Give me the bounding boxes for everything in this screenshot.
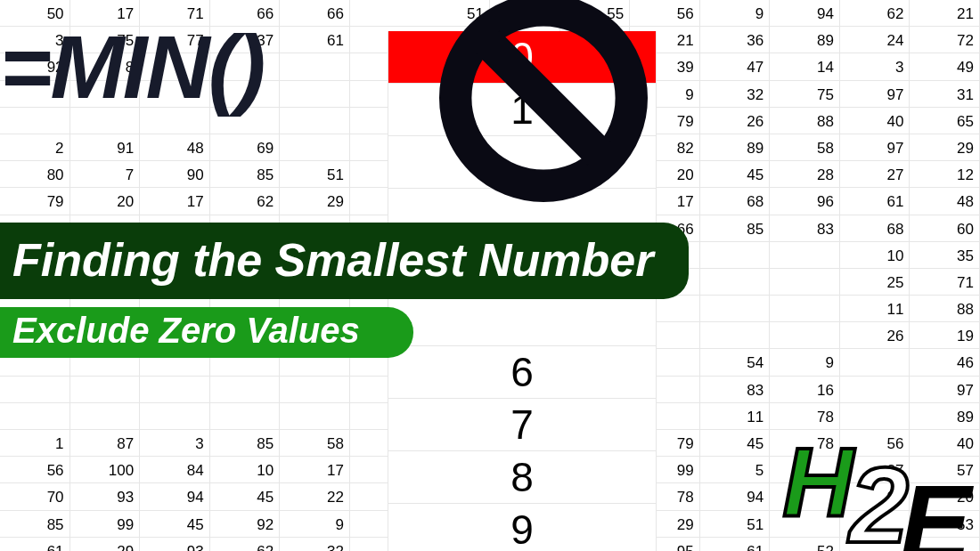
- cell[interactable]: 56: [0, 457, 70, 482]
- cell[interactable]: 100: [70, 457, 141, 482]
- cell[interactable]: 85: [700, 215, 771, 241]
- cell[interactable]: 12: [910, 161, 980, 187]
- cell[interactable]: 45: [700, 161, 771, 187]
- cell[interactable]: 17: [280, 457, 350, 482]
- cell[interactable]: [700, 322, 771, 348]
- cell[interactable]: 9: [280, 511, 350, 537]
- cell[interactable]: 9: [770, 349, 840, 375]
- cell[interactable]: 89: [910, 403, 980, 429]
- cell[interactable]: 92: [210, 511, 281, 537]
- cell[interactable]: 97: [840, 81, 911, 107]
- cell[interactable]: 16: [770, 377, 840, 402]
- cell[interactable]: 83: [770, 215, 840, 241]
- cell[interactable]: 40: [910, 430, 980, 456]
- cell[interactable]: 51: [700, 511, 771, 537]
- cell[interactable]: [140, 403, 210, 429]
- cell[interactable]: 31: [910, 81, 980, 107]
- cell[interactable]: 58: [280, 430, 350, 456]
- cell[interactable]: 68: [700, 188, 771, 214]
- cell[interactable]: 66: [280, 0, 350, 26]
- cell[interactable]: 99: [70, 511, 141, 537]
- cell[interactable]: 87: [70, 430, 141, 456]
- cell[interactable]: 32: [700, 81, 771, 107]
- cell[interactable]: 26: [840, 322, 911, 348]
- cell[interactable]: 94: [140, 483, 210, 509]
- cell[interactable]: 88: [770, 108, 840, 134]
- cell[interactable]: 65: [910, 108, 980, 134]
- cell[interactable]: [840, 377, 911, 402]
- cell[interactable]: [840, 403, 911, 429]
- cell[interactable]: 83: [700, 377, 771, 402]
- cell[interactable]: [770, 322, 840, 348]
- cell[interactable]: 3: [840, 53, 911, 79]
- cell[interactable]: 51: [280, 161, 350, 187]
- cell[interactable]: 80: [0, 161, 70, 187]
- cell[interactable]: 32: [280, 538, 350, 551]
- cell[interactable]: 48: [140, 134, 210, 160]
- cell[interactable]: 36: [700, 27, 771, 53]
- cell[interactable]: 90: [140, 161, 210, 187]
- cell[interactable]: [0, 377, 70, 402]
- cell[interactable]: 62: [210, 188, 281, 214]
- cell[interactable]: [70, 403, 141, 429]
- cell[interactable]: 61: [280, 27, 350, 53]
- cell[interactable]: 89: [700, 134, 771, 160]
- cell[interactable]: 29: [280, 188, 350, 214]
- cell[interactable]: 49: [910, 53, 980, 79]
- cell[interactable]: 14: [770, 53, 840, 79]
- cell[interactable]: 75: [770, 81, 840, 107]
- cell[interactable]: [700, 269, 771, 295]
- cell[interactable]: 71: [910, 269, 980, 295]
- cell[interactable]: 70: [0, 483, 70, 509]
- cell[interactable]: 79: [0, 188, 70, 214]
- cell[interactable]: 54: [700, 349, 771, 375]
- cell[interactable]: 22: [280, 483, 350, 509]
- cell[interactable]: 5: [700, 457, 771, 482]
- cell[interactable]: 24: [840, 27, 911, 53]
- cell[interactable]: 69: [210, 134, 281, 160]
- cell[interactable]: 89: [770, 27, 840, 53]
- cell[interactable]: 91: [70, 134, 141, 160]
- cell[interactable]: 40: [840, 108, 911, 134]
- cell[interactable]: 60: [910, 215, 980, 241]
- cell[interactable]: 10: [210, 457, 281, 482]
- cell[interactable]: 94: [770, 0, 840, 26]
- cell[interactable]: 29: [70, 538, 141, 551]
- cell[interactable]: 84: [140, 457, 210, 482]
- cell[interactable]: 85: [210, 430, 281, 456]
- cell[interactable]: [700, 242, 771, 268]
- cell[interactable]: 7: [70, 161, 141, 187]
- cell[interactable]: 21: [910, 0, 980, 26]
- cell[interactable]: 97: [840, 134, 911, 160]
- cell[interactable]: 11: [840, 296, 911, 321]
- cell[interactable]: 45: [700, 430, 771, 456]
- cell[interactable]: 88: [910, 296, 980, 321]
- cell[interactable]: 61: [700, 538, 771, 551]
- cell[interactable]: 45: [140, 511, 210, 537]
- cell[interactable]: [840, 349, 911, 375]
- cell[interactable]: 3: [140, 430, 210, 456]
- cell[interactable]: [770, 242, 840, 268]
- cell[interactable]: 61: [840, 188, 911, 214]
- cell[interactable]: [280, 403, 350, 429]
- cell[interactable]: 45: [210, 483, 281, 509]
- cell[interactable]: 27: [840, 161, 911, 187]
- cell[interactable]: 2: [0, 134, 70, 160]
- cell[interactable]: 47: [700, 53, 771, 79]
- cell[interactable]: 10: [840, 242, 911, 268]
- cell[interactable]: [0, 403, 70, 429]
- cell[interactable]: 26: [700, 108, 771, 134]
- cell[interactable]: 93: [70, 483, 141, 509]
- cell[interactable]: 46: [910, 349, 980, 375]
- cell[interactable]: [280, 53, 350, 79]
- cell[interactable]: [770, 296, 840, 321]
- cell[interactable]: 1: [0, 430, 70, 456]
- cell[interactable]: 97: [910, 377, 980, 402]
- cell[interactable]: 85: [210, 161, 281, 187]
- cell[interactable]: [280, 81, 350, 107]
- cell[interactable]: 19: [910, 322, 980, 348]
- cell[interactable]: 35: [910, 242, 980, 268]
- cell[interactable]: 78: [770, 403, 840, 429]
- cell[interactable]: 72: [910, 27, 980, 53]
- cell[interactable]: 68: [840, 215, 911, 241]
